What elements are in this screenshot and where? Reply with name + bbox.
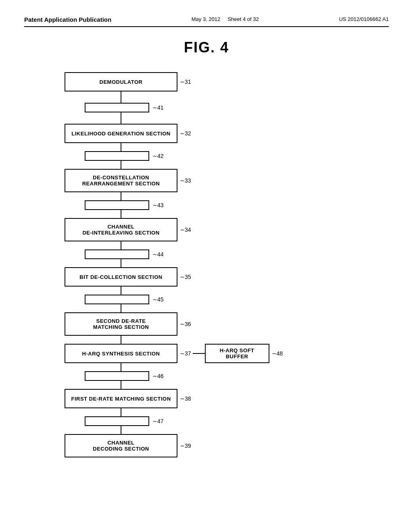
date-sheet-info: May 3, 2012 Sheet 4 of 32 — [192, 16, 259, 22]
ref-37: ∼37 — [180, 350, 191, 357]
block-row-37: H-ARQ SYNTHESIS SECTION ∼37 H-ARQ SOFT B… — [65, 344, 283, 363]
vert-line-7 — [121, 241, 121, 249]
vert-line-10 — [121, 304, 121, 312]
channel-deinterleaving-block: CHANNELDE-INTERLEAVING SECTION — [65, 218, 177, 241]
block-row-38: FIRST DE-RATE MATCHING SECTION ∼38 — [65, 389, 191, 408]
vert-line-11 — [121, 336, 121, 344]
likelihood-block: LIKELIHOOD GENERATION SECTION — [65, 124, 177, 143]
harq-soft-buffer-block: H-ARQ SOFT BUFFER — [205, 344, 269, 363]
second-derate-block: SECOND DE-RATEMATCHING SECTION — [65, 312, 177, 336]
ref-39: ∼39 — [180, 443, 191, 449]
conn-block-41 — [85, 103, 149, 112]
vert-line-5 — [121, 192, 121, 200]
vert-line-6 — [121, 210, 121, 218]
vert-line-4 — [121, 161, 121, 169]
figure-title: FIG. 4 — [24, 39, 389, 56]
vert-line-8 — [121, 259, 121, 267]
connector-row-45: ∼45 — [65, 295, 164, 304]
block-row-35: BIT DE-COLLECTION SECTION ∼35 — [65, 267, 191, 287]
ref-35: ∼35 — [180, 274, 191, 280]
sheet-info: Sheet 4 of 32 — [227, 16, 259, 22]
horiz-conn-37 — [193, 353, 205, 354]
ref-46: ∼46 — [152, 373, 164, 379]
vert-line-2 — [121, 112, 121, 124]
block-row-31: DEMODULATOR ∼31 — [65, 72, 191, 91]
vert-line-13 — [121, 381, 121, 389]
ref-41: ∼41 — [152, 104, 164, 111]
connector-row-47: ∼47 — [65, 416, 164, 426]
conn-block-43 — [85, 200, 149, 210]
publication-label: Patent Application Publication — [24, 16, 111, 23]
ref-36: ∼36 — [180, 321, 191, 327]
vert-line-14 — [121, 408, 121, 416]
conn-block-42 — [85, 151, 149, 161]
connector-row-46: ∼46 — [65, 371, 164, 381]
ref-31: ∼31 — [180, 79, 191, 85]
vert-line-12 — [121, 363, 121, 371]
first-derate-block: FIRST DE-RATE MATCHING SECTION — [65, 389, 177, 408]
ref-42: ∼42 — [152, 153, 164, 159]
date: May 3, 2012 — [192, 16, 221, 22]
block-row-34: CHANNELDE-INTERLEAVING SECTION ∼34 — [65, 218, 191, 241]
vert-line-15 — [121, 426, 121, 434]
vert-line-9 — [121, 287, 121, 295]
ref-33: ∼33 — [180, 177, 191, 184]
ref-48: ∼48 — [272, 350, 283, 357]
connector-row-44: ∼44 — [65, 249, 164, 259]
harq-synthesis-block: H-ARQ SYNTHESIS SECTION — [65, 344, 177, 363]
bit-decollection-block: BIT DE-COLLECTION SECTION — [65, 267, 177, 287]
vert-line-3 — [121, 143, 121, 151]
connector-row-43: ∼43 — [65, 200, 164, 210]
block-row-36: SECOND DE-RATEMATCHING SECTION ∼36 — [65, 312, 191, 336]
block-row-32: LIKELIHOOD GENERATION SECTION ∼32 — [65, 124, 191, 143]
ref-32: ∼32 — [180, 130, 191, 137]
demodulator-block: DEMODULATOR — [65, 72, 177, 91]
conn-block-45 — [85, 295, 149, 304]
connector-row-42: ∼42 — [65, 151, 164, 161]
page: Patent Application Publication May 3, 20… — [0, 0, 413, 532]
deconstellation-block: DE-CONSTELLATIONREARRANGEMENT SECTION — [65, 169, 177, 192]
ref-47: ∼47 — [152, 418, 164, 424]
ref-44: ∼44 — [152, 251, 164, 258]
channel-decoding-block: CHANNELDECODING SECTION — [65, 434, 177, 457]
connector-row-41: ∼41 — [65, 103, 164, 112]
block-row-33: DE-CONSTELLATIONREARRANGEMENT SECTION ∼3… — [65, 169, 191, 192]
conn-block-44 — [85, 249, 149, 259]
ref-38: ∼38 — [180, 395, 191, 402]
diagram: DEMODULATOR ∼31 ∼41 LIKELIHOOD GENERATIO… — [65, 72, 389, 457]
ref-43: ∼43 — [152, 202, 164, 208]
block-row-39: CHANNELDECODING SECTION ∼39 — [65, 434, 191, 457]
patent-number: US 2012/0106662 A1 — [339, 16, 389, 22]
page-header: Patent Application Publication May 3, 20… — [24, 16, 389, 27]
ref-45: ∼45 — [152, 296, 164, 303]
conn-block-46 — [85, 371, 149, 381]
vert-line-1 — [121, 91, 121, 103]
ref-34: ∼34 — [180, 227, 191, 233]
conn-block-47 — [85, 416, 149, 426]
